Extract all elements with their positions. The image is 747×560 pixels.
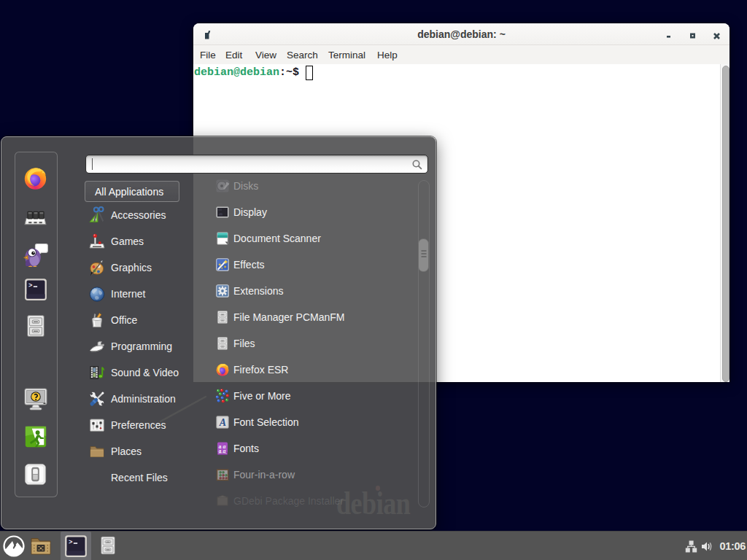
- svg-text:>: >: [69, 538, 72, 546]
- svg-text:A: A: [219, 417, 226, 428]
- svg-text:a: a: [223, 448, 226, 454]
- svg-text:>: >: [28, 281, 31, 289]
- svg-text:a: a: [219, 448, 222, 454]
